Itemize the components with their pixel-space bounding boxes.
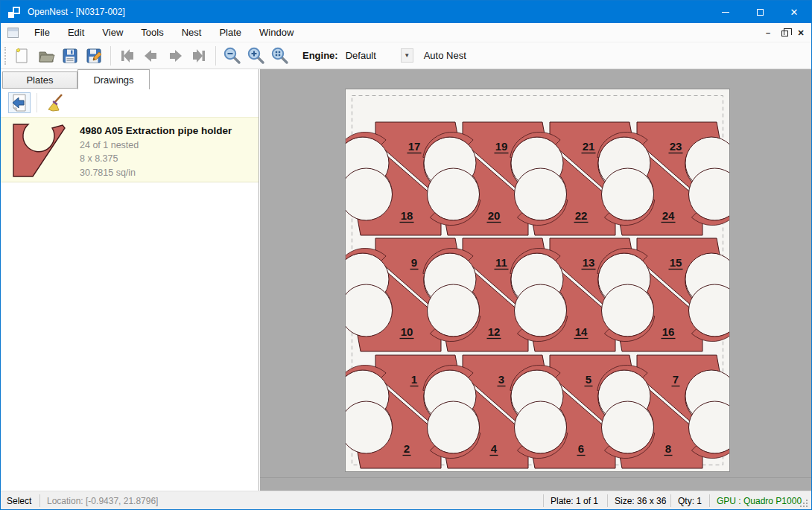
svg-text:18: 18 — [401, 209, 413, 222]
svg-text:4: 4 — [491, 442, 498, 455]
drawing-nested-count: 24 of 1 nested — [80, 140, 232, 150]
open-button[interactable] — [34, 45, 58, 67]
back-page-icon — [11, 94, 28, 112]
sidebar: Plates Drawings 4980 A05 Extraction pipe… — [1, 69, 259, 491]
app-window: OpenNest - [N0317-002] ✕ File Edit View … — [0, 0, 812, 510]
mdi-restore-icon — [781, 31, 788, 36]
zoom-out-button[interactable] — [221, 45, 244, 67]
maximize-icon — [757, 9, 764, 16]
toolbar-separator — [110, 46, 111, 66]
clear-button[interactable] — [45, 92, 67, 113]
menu-file[interactable]: File — [25, 23, 59, 42]
svg-text:19: 19 — [495, 140, 508, 153]
drawing-list-item[interactable]: 4980 A05 Extraction pipe holder 24 of 1 … — [1, 117, 258, 182]
sidebar-toolbar-separator — [37, 93, 37, 112]
svg-text:23: 23 — [670, 140, 682, 153]
new-button[interactable] — [10, 45, 34, 67]
svg-text:3: 3 — [498, 373, 504, 386]
go-last-button[interactable] — [187, 45, 211, 67]
nest-canvas[interactable]: 171819202122232491011121314151612345678 — [260, 69, 811, 491]
minimize-icon — [722, 12, 729, 13]
status-gpu: GPU : Quadro P1000 — [717, 491, 802, 510]
engine-label: Engine: — [302, 50, 338, 61]
zoom-fit-icon — [270, 46, 290, 66]
menu-edit[interactable]: Edit — [59, 23, 93, 42]
zoom-fit-button[interactable] — [268, 45, 292, 67]
status-separator — [607, 494, 608, 507]
resize-grip[interactable] — [799, 499, 808, 510]
go-next-button[interactable] — [163, 45, 187, 67]
menu-bar: File Edit View Tools Nest Plate Window –… — [1, 23, 811, 42]
status-size: Size: 36 x 36 — [615, 491, 666, 510]
zoom-out-icon — [223, 46, 242, 66]
engine-dropdown-button[interactable]: ▼ — [401, 48, 413, 63]
mdi-minimize-button[interactable]: – — [762, 27, 774, 39]
svg-text:10: 10 — [401, 325, 413, 338]
send-back-button[interactable] — [8, 92, 31, 113]
app-icon — [8, 7, 20, 18]
svg-text:16: 16 — [662, 325, 675, 338]
svg-text:13: 13 — [583, 256, 595, 269]
part-thumbnail — [10, 121, 75, 179]
go-previous-button[interactable] — [139, 45, 163, 67]
svg-text:22: 22 — [575, 209, 588, 222]
svg-text:8: 8 — [665, 442, 671, 455]
minimize-button[interactable] — [708, 1, 743, 23]
drawing-dimensions: 8 x 8.375 — [80, 153, 232, 164]
status-qty: Qty: 1 — [678, 491, 702, 510]
status-separator — [709, 494, 710, 507]
tab-plates[interactable]: Plates — [2, 71, 77, 89]
svg-text:7: 7 — [673, 373, 679, 386]
window-title: OpenNest - [N0317-002] — [28, 7, 125, 17]
plate-sheet[interactable]: 171819202122232491011121314151612345678 — [345, 89, 730, 472]
mdi-close-button[interactable]: ✕ — [795, 27, 807, 39]
status-mode: Select — [7, 491, 31, 510]
maximize-button[interactable] — [743, 1, 777, 23]
status-separator — [670, 494, 671, 507]
menu-view[interactable]: View — [93, 23, 132, 42]
drawing-area: 30.7815 sq/in — [80, 168, 232, 178]
chevron-down-icon: ▼ — [404, 52, 410, 59]
save-icon — [61, 47, 79, 65]
svg-text:20: 20 — [488, 209, 501, 222]
go-first-icon — [118, 47, 137, 65]
svg-text:5: 5 — [586, 373, 591, 386]
title-bar: OpenNest - [N0317-002] ✕ — [1, 1, 811, 23]
svg-text:17: 17 — [408, 140, 421, 153]
auto-nest-button[interactable]: Auto Nest — [424, 50, 466, 61]
zoom-in-button[interactable] — [244, 45, 268, 67]
status-plate: Plate: 1 of 1 — [551, 491, 598, 510]
svg-text:12: 12 — [488, 325, 501, 338]
mdi-restore-button[interactable] — [778, 27, 790, 39]
status-bar: Select Location: [-0.9437, 21.8796] Plat… — [1, 491, 811, 509]
drawing-title: 4980 A05 Extraction pipe holder — [80, 125, 232, 136]
zoom-in-icon — [247, 46, 266, 66]
close-icon: ✕ — [790, 7, 799, 17]
go-first-button[interactable] — [115, 45, 139, 67]
nest-layout: 171819202122232491011121314151612345678 — [346, 89, 729, 474]
engine-select-value[interactable]: Default — [346, 50, 399, 61]
menu-nest[interactable]: Nest — [173, 23, 211, 42]
canvas-divider — [260, 477, 811, 478]
menu-plate[interactable]: Plate — [210, 23, 250, 42]
save-button[interactable] — [58, 45, 82, 67]
go-previous-icon — [142, 47, 161, 65]
status-location: Location: [-0.9437, 21.8796] — [47, 491, 158, 510]
menu-tools[interactable]: Tools — [132, 23, 172, 42]
svg-text:6: 6 — [578, 442, 584, 455]
svg-text:2: 2 — [404, 442, 410, 455]
sidebar-tabs: Plates Drawings — [1, 69, 258, 89]
go-next-icon — [165, 47, 185, 65]
svg-text:1: 1 — [411, 373, 417, 386]
toolbar-grip[interactable] — [4, 47, 6, 65]
svg-text:15: 15 — [670, 256, 682, 269]
mdi-document-icon[interactable] — [7, 28, 19, 38]
new-icon — [13, 47, 31, 65]
svg-text:9: 9 — [411, 256, 417, 269]
tab-drawings[interactable]: Drawings — [77, 69, 150, 89]
save-edit-button[interactable] — [82, 45, 106, 67]
menu-window[interactable]: Window — [250, 23, 302, 42]
main-toolbar: Engine: Default ▼ Auto Nest — [1, 42, 811, 69]
close-button[interactable]: ✕ — [777, 1, 811, 23]
clear-broom-icon — [46, 93, 66, 112]
